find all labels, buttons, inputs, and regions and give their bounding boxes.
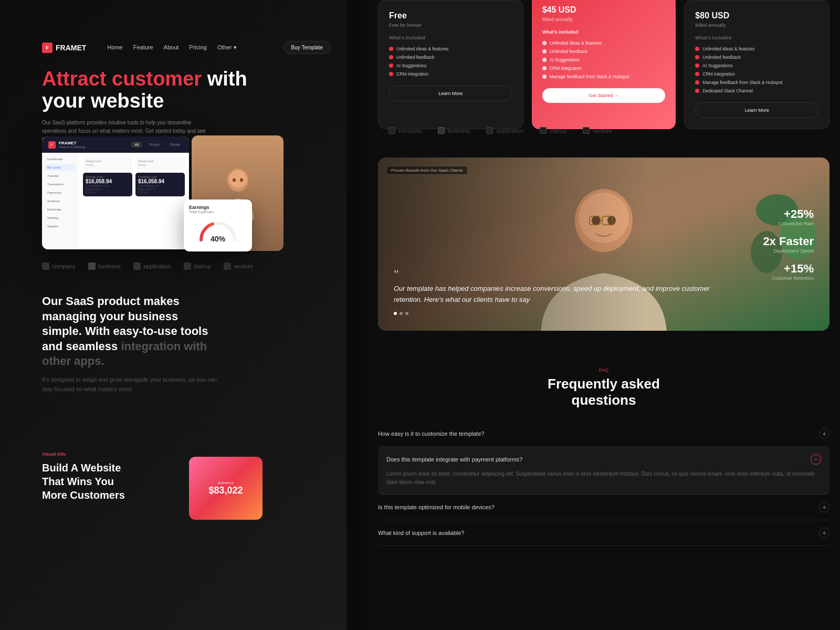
dashboard-brand: FRAMET Finance & Banking xyxy=(59,141,85,149)
whats-included-80: What's included xyxy=(695,35,818,40)
testimonial-background: Proven Results from Our SaaS Clients " O… xyxy=(378,158,830,331)
feature-label: Manage feedback from Slack & Hubspot xyxy=(550,74,629,79)
faq-icon-2[interactable]: − xyxy=(811,454,821,465)
testimonial-dots xyxy=(394,312,724,315)
feature-item: AI Suggestions xyxy=(695,61,818,70)
brand-right-application: application xyxy=(486,127,524,134)
faq-icon-4[interactable]: + xyxy=(819,528,830,538)
price-btn-free[interactable]: Learn More xyxy=(389,86,512,101)
brand-right-business-label: business xyxy=(448,128,470,134)
brand-application: application xyxy=(133,262,171,270)
sidebar-item-transaction[interactable]: Transaction xyxy=(45,181,76,187)
faq-q-text-3: Is this template optimized for mobile de… xyxy=(378,504,495,510)
brand-right-venture-icon xyxy=(583,127,590,134)
dashboard-tab-portal[interactable]: Portal xyxy=(167,142,183,148)
dashboard-tab-prices[interactable]: Prices xyxy=(146,142,162,148)
stat-conversion-label: Conversion Rate xyxy=(763,221,814,226)
faq-icon-3[interactable]: + xyxy=(819,502,830,512)
feature-dot xyxy=(389,64,393,68)
nav-home[interactable]: Home xyxy=(107,44,122,51)
svg-point-2 xyxy=(233,178,236,182)
dashboard-nav: All Prices Portal xyxy=(131,142,183,148)
dashboard-subtitle: Finance & Banking xyxy=(59,145,85,149)
feature-item: Unlimited ideas & features xyxy=(542,39,666,47)
feature-list-free: Unlimited ideas & features Unlimited fee… xyxy=(389,45,512,78)
nav-pricing[interactable]: Pricing xyxy=(189,44,207,51)
quote-mark: " xyxy=(394,267,724,281)
whats-included-45: What's included xyxy=(542,29,666,35)
faq-question-3[interactable]: Is this template optimized for mobile de… xyxy=(378,502,830,512)
price-btn-45[interactable]: Get Started → xyxy=(542,88,666,103)
dot-1[interactable] xyxy=(394,312,397,315)
buy-template-button[interactable]: Buy Template xyxy=(284,41,331,54)
testimonial-section: Proven Results from Our SaaS Clients " O… xyxy=(378,158,830,331)
feature-label: Unlimited feedback xyxy=(702,55,740,60)
feature-dot xyxy=(389,55,393,59)
feature-dot xyxy=(695,47,699,51)
faq-tag: FAQ xyxy=(378,368,830,373)
dashboard-logo-icon: F xyxy=(48,141,56,149)
faq-question-4[interactable]: What kind of support is available? + xyxy=(378,528,830,538)
brand-right-business-icon xyxy=(438,127,445,134)
brand-company: company xyxy=(42,262,76,270)
brand-venture-icon xyxy=(224,262,231,270)
sidebar-item-exchange[interactable]: Exchange xyxy=(45,206,76,213)
nav-feature[interactable]: Feature xyxy=(133,44,153,51)
brand-venture: venture xyxy=(224,262,253,270)
dashboard-main: Virtual Card Details Virtual Card Detail… xyxy=(79,153,189,249)
price-btn-80[interactable]: Learn More xyxy=(695,102,818,118)
faq-section: FAQ Frequently askedquestions How easy i… xyxy=(378,368,830,546)
dashboard-tab-all[interactable]: All xyxy=(131,142,142,148)
dot-2[interactable] xyxy=(400,312,403,315)
navbar: F FRAMET Home Feature About Pricing Othe… xyxy=(42,41,331,54)
faq-question-2[interactable]: Does this template integrate with paymen… xyxy=(386,454,821,465)
brand-business-label: business xyxy=(98,263,121,269)
brand-startup: startup xyxy=(184,262,212,270)
feature-item: Unlimited feedback xyxy=(695,53,818,61)
earnings-gauge: 40% xyxy=(197,217,239,243)
price-tier-free: Free xyxy=(389,11,512,20)
feature-dot xyxy=(695,80,699,85)
feature-item: CRM integration xyxy=(695,70,818,78)
brand-right-application-label: application xyxy=(496,128,524,134)
sidebar-item-cards[interactable]: My Cards xyxy=(45,164,76,171)
logo[interactable]: F FRAMET xyxy=(42,43,86,53)
faq-q-text-1: How easy is it to customize the template… xyxy=(378,430,484,437)
brand-right-startup-icon xyxy=(540,127,547,134)
brand-venture-label: venture xyxy=(234,263,253,269)
price-tier-45: $45 USD xyxy=(542,5,666,15)
svg-point-3 xyxy=(240,178,243,182)
sidebar-item-analytics[interactable]: Analytics xyxy=(45,198,76,204)
savings-card: Savings Card $16,058.94 Local Number • 5… xyxy=(83,173,132,196)
feature-list-45: Unlimited ideas & features Unlimited fee… xyxy=(542,39,666,81)
stat-conversion: +25% Conversion Rate xyxy=(763,207,814,226)
brand-right-company-icon xyxy=(388,127,395,134)
feature-label: CRM integration xyxy=(702,71,734,77)
brand-right-application-icon xyxy=(486,127,493,134)
feature-item: AI Suggestions xyxy=(542,56,666,64)
brand-right-startup-label: startup xyxy=(550,128,568,134)
saas-section: Our SaaS product makes managing your bus… xyxy=(42,294,331,394)
sidebar-item-settings[interactable]: Settings xyxy=(45,215,76,221)
price-desc-45: Billed annually xyxy=(542,17,666,22)
brand-application-icon xyxy=(133,262,141,270)
sidebar-item-dashboard[interactable]: Dashboard xyxy=(45,156,76,162)
nav-other[interactable]: Other xyxy=(217,44,237,51)
feature-item: Unlimited ideas & features xyxy=(695,45,818,53)
feature-item: Unlimited ideas & features xyxy=(389,45,512,53)
stat-retention: +15% Customer Retention xyxy=(763,262,814,281)
sidebar-item-support[interactable]: Support xyxy=(45,223,76,229)
sidebar-item-transfer[interactable]: Transfer xyxy=(45,173,76,179)
faq-q-text-2: Does this template integrate with paymen… xyxy=(386,456,522,463)
dot-3[interactable] xyxy=(405,312,408,315)
faq-question-1[interactable]: How easy is it to customize the template… xyxy=(378,428,830,439)
nav-about[interactable]: About xyxy=(164,44,179,51)
virtual-card-2: Virtual Card Details xyxy=(135,157,185,170)
build-card-label: Advance xyxy=(217,480,234,485)
feature-item: CRM integration xyxy=(542,64,666,72)
brand-business: business xyxy=(88,262,121,270)
pricing-card-80: $80 USD Billed annually What's included … xyxy=(684,0,830,129)
brand-business-icon xyxy=(88,262,96,270)
sidebar-item-payments[interactable]: Payments xyxy=(45,190,76,196)
faq-icon-1[interactable]: + xyxy=(819,428,830,439)
